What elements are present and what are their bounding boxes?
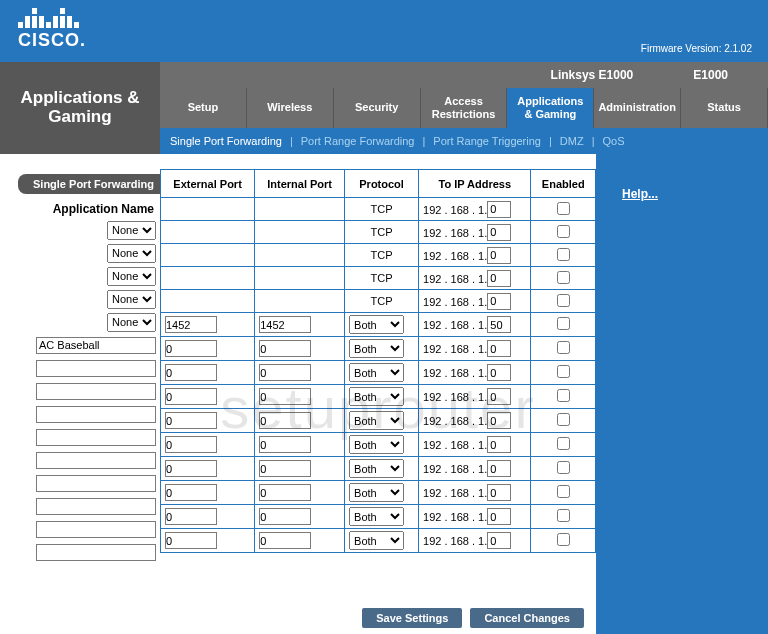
app-preset-select-2[interactable]: None: [107, 267, 156, 286]
app-name-input-4[interactable]: [36, 429, 156, 446]
preset-protocol-0: TCP: [345, 198, 419, 221]
save-button[interactable]: Save Settings: [362, 608, 462, 628]
app-preset-select-3[interactable]: None: [107, 290, 156, 309]
preset-ip-octet-3[interactable]: [487, 270, 511, 287]
preset-ip-octet-4[interactable]: [487, 293, 511, 310]
preset-row: TCP192 . 168 . 1.: [161, 244, 596, 267]
app-name-input-8[interactable]: [36, 521, 156, 538]
col-protocol: Protocol: [345, 170, 419, 198]
app-name-input-3[interactable]: [36, 406, 156, 423]
custom-enabled-0[interactable]: [557, 317, 570, 330]
protocol-select-2[interactable]: Both: [349, 363, 404, 382]
nav-tab-applications-gaming[interactable]: Applications& Gaming: [507, 88, 594, 128]
custom-ip-octet-7[interactable]: [487, 484, 511, 501]
custom-enabled-8[interactable]: [557, 509, 570, 522]
internal-port-8[interactable]: [259, 508, 311, 525]
app-name-input-5[interactable]: [36, 452, 156, 469]
internal-port-9[interactable]: [259, 532, 311, 549]
protocol-select-6[interactable]: Both: [349, 459, 404, 478]
external-port-4[interactable]: [165, 412, 217, 429]
app-name-input-2[interactable]: [36, 383, 156, 400]
help-link[interactable]: Help...: [622, 187, 658, 201]
nav-tab-wireless[interactable]: Wireless: [247, 88, 334, 128]
custom-enabled-1[interactable]: [557, 341, 570, 354]
external-port-3[interactable]: [165, 388, 217, 405]
external-port-9[interactable]: [165, 532, 217, 549]
nav-tab-setup[interactable]: Setup: [160, 88, 247, 128]
custom-ip-octet-3[interactable]: [487, 388, 511, 405]
custom-enabled-6[interactable]: [557, 461, 570, 474]
protocol-select-9[interactable]: Both: [349, 531, 404, 550]
app-name-input-9[interactable]: [36, 544, 156, 561]
custom-ip-octet-9[interactable]: [487, 532, 511, 549]
custom-ip-octet-1[interactable]: [487, 340, 511, 357]
app-name-input-0[interactable]: [36, 337, 156, 354]
preset-enabled-1[interactable]: [557, 225, 570, 238]
app-preset-select-4[interactable]: None: [107, 313, 156, 332]
protocol-select-3[interactable]: Both: [349, 387, 404, 406]
custom-enabled-9[interactable]: [557, 533, 570, 546]
internal-port-3[interactable]: [259, 388, 311, 405]
protocol-select-1[interactable]: Both: [349, 339, 404, 358]
internal-port-2[interactable]: [259, 364, 311, 381]
app-preset-select-1[interactable]: None: [107, 244, 156, 263]
nav-tab-administration[interactable]: Administration: [594, 88, 681, 128]
subnav-qos[interactable]: QoS: [603, 135, 625, 147]
subnav-separator: |: [549, 135, 552, 147]
subnav-single-port-forwarding[interactable]: Single Port Forwarding: [170, 135, 282, 147]
custom-enabled-2[interactable]: [557, 365, 570, 378]
external-port-6[interactable]: [165, 460, 217, 477]
app-name-input-6[interactable]: [36, 475, 156, 492]
cancel-button[interactable]: Cancel Changes: [470, 608, 584, 628]
nav-tab-status[interactable]: Status: [681, 88, 768, 128]
protocol-select-8[interactable]: Both: [349, 507, 404, 526]
custom-ip-octet-4[interactable]: [487, 412, 511, 429]
preset-ip-octet-0[interactable]: [487, 201, 511, 218]
preset-enabled-4[interactable]: [557, 294, 570, 307]
app-preset-select-0[interactable]: None: [107, 221, 156, 240]
custom-ip-octet-2[interactable]: [487, 364, 511, 381]
custom-enabled-4[interactable]: [557, 413, 570, 426]
protocol-select-5[interactable]: Both: [349, 435, 404, 454]
preset-ip-octet-1[interactable]: [487, 224, 511, 241]
nav-tab-security[interactable]: Security: [334, 88, 421, 128]
custom-ip-octet-6[interactable]: [487, 460, 511, 477]
internal-port-7[interactable]: [259, 484, 311, 501]
subnav-dmz[interactable]: DMZ: [560, 135, 584, 147]
external-port-5[interactable]: [165, 436, 217, 453]
col-external-port: External Port: [161, 170, 255, 198]
app-name-input-7[interactable]: [36, 498, 156, 515]
protocol-select-7[interactable]: Both: [349, 483, 404, 502]
custom-ip-octet-0[interactable]: [487, 316, 511, 333]
custom-enabled-3[interactable]: [557, 389, 570, 402]
app-name-input-1[interactable]: [36, 360, 156, 377]
internal-port-4[interactable]: [259, 412, 311, 429]
custom-ip-octet-8[interactable]: [487, 508, 511, 525]
external-port-0[interactable]: [165, 316, 217, 333]
external-port-8[interactable]: [165, 508, 217, 525]
ip-cell: 192 . 168 . 1.: [419, 361, 531, 385]
custom-enabled-7[interactable]: [557, 485, 570, 498]
custom-enabled-5[interactable]: [557, 437, 570, 450]
protocol-select-4[interactable]: Both: [349, 411, 404, 430]
external-port-1[interactable]: [165, 340, 217, 357]
preset-enabled-2[interactable]: [557, 248, 570, 261]
preset-ip-octet-2[interactable]: [487, 247, 511, 264]
internal-port-5[interactable]: [259, 436, 311, 453]
custom-ip-octet-5[interactable]: [487, 436, 511, 453]
external-port-7[interactable]: [165, 484, 217, 501]
preset-protocol-2: TCP: [345, 244, 419, 267]
nav-tab-access-restrictions[interactable]: AccessRestrictions: [421, 88, 508, 128]
subnav-separator: |: [290, 135, 293, 147]
custom-row: Both192 . 168 . 1.: [161, 433, 596, 457]
ip-cell: 192 . 168 . 1.: [419, 221, 531, 244]
internal-port-6[interactable]: [259, 460, 311, 477]
subnav-port-range-forwarding[interactable]: Port Range Forwarding: [301, 135, 415, 147]
preset-enabled-0[interactable]: [557, 202, 570, 215]
external-port-2[interactable]: [165, 364, 217, 381]
protocol-select-0[interactable]: Both: [349, 315, 404, 334]
subnav-port-range-triggering[interactable]: Port Range Triggering: [433, 135, 541, 147]
preset-enabled-3[interactable]: [557, 271, 570, 284]
internal-port-0[interactable]: [259, 316, 311, 333]
internal-port-1[interactable]: [259, 340, 311, 357]
